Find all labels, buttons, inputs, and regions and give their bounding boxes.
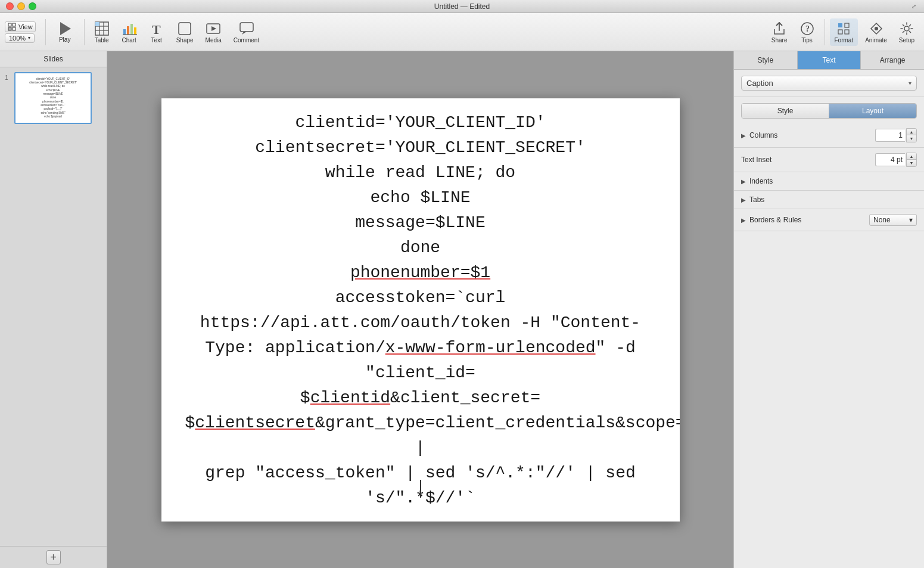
tabs-chevron: ▶ [741,197,746,203]
table-icon [94,21,110,36]
borders-rules-chevron: ▶ [741,217,746,224]
title-bar: Untitled — Edited ⤢ [0,0,924,13]
caption-row: Caption ▾ [734,70,924,97]
text-inset-input[interactable] [875,153,905,166]
sidebar: Slides 1 clientid='YOUR_CLIENT_ID' clien… [0,51,107,568]
tab-text[interactable]: Text [798,51,861,69]
table-label: Table [95,37,109,44]
columns-stepper: ▲ ▼ [906,128,917,142]
sub-tab-style[interactable]: Style [742,104,829,118]
toolbar: View 100% ▾ Play Table [0,13,924,51]
close-button[interactable] [6,2,14,10]
right-panel: Style Text Arrange Caption ▾ Style Layou… [733,51,924,568]
window-controls [6,2,36,10]
minimize-button[interactable] [17,2,25,10]
animate-label: Animate [865,37,887,44]
text-button[interactable]: T Text [144,18,169,46]
slide-content[interactable]: clientid='YOUR_CLIENT_ID' clientsecret='… [185,110,656,522]
svg-rect-13 [134,27,136,35]
shape-button[interactable]: Shape [172,18,198,46]
indents-row[interactable]: ▶ Indents [734,172,924,191]
table-button[interactable]: Table [89,18,114,46]
format-label: Format [835,37,854,44]
svg-rect-1 [13,23,15,26]
borders-rules-dropdown[interactable]: None ▾ [869,214,917,226]
zoom-button[interactable]: 100% ▾ [5,33,35,43]
slide-line-6: done [185,235,656,260]
setup-icon [899,21,914,36]
view-zoom-group: View 100% ▾ [5,21,36,43]
columns-chevron: ▶ [741,132,746,139]
view-icon [8,23,16,31]
tabs-row[interactable]: ▶ Tabs [734,191,924,209]
setup-label: Setup [899,37,914,44]
setup-button[interactable]: Setup [894,18,919,46]
slide-line-blank [185,511,656,522]
format-icon [836,21,851,36]
columns-decrement[interactable]: ▼ [907,135,916,142]
add-slide-button[interactable]: + [46,550,61,564]
media-label: Media [206,37,222,44]
slide-line-11: $clientsecret&grant_type=client_credenti… [185,411,656,461]
svg-text:?: ? [805,24,810,33]
text-inset-label: Text Inset [741,156,875,164]
indents-label: ▶ Indents [741,177,917,185]
play-group[interactable]: Play [51,19,79,45]
canvas-area[interactable]: clientid='YOUR_CLIENT_ID' clientsecret='… [107,51,733,568]
columns-input[interactable] [875,129,905,142]
tab-style[interactable]: Style [734,51,798,69]
sub-tab-layout[interactable]: Layout [829,104,916,118]
shape-icon [177,21,192,36]
comment-label: Comment [234,37,259,44]
caption-label: Caption [746,79,773,88]
slide-item[interactable]: 1 clientid='YOUR_CLIENT_ID' clientsecret… [5,72,102,124]
svg-marker-18 [211,26,216,31]
svg-point-29 [904,26,909,31]
text-inset-value: ▲ ▼ [875,153,917,167]
share-label: Share [771,37,788,44]
tips-button[interactable]: ? Tips [795,18,820,46]
svg-rect-16 [179,23,191,35]
toolbar-separator-2 [84,19,85,45]
play-label: Play [59,36,70,43]
tab-arrange[interactable]: Arrange [861,51,924,69]
chart-button[interactable]: Chart [117,18,142,46]
animate-icon [869,21,884,36]
slide-canvas[interactable]: clientid='YOUR_CLIENT_ID' clientsecret='… [161,98,680,522]
caption-dropdown[interactable]: Caption ▾ [741,76,917,91]
slide-line-1: clientid='YOUR_CLIENT_ID' [185,110,656,135]
animate-button[interactable]: Animate [860,18,892,46]
zoom-value: 100% [9,35,26,42]
slide-thumbnail[interactable]: clientid='YOUR_CLIENT_ID' clientsecret='… [14,72,92,124]
svg-rect-26 [845,30,849,34]
text-inset-decrement[interactable]: ▼ [907,160,916,166]
tabs-label: ▶ Tabs [741,195,917,204]
text-icon: T [149,21,164,36]
share-icon [771,21,787,36]
text-inset-increment[interactable]: ▲ [907,153,916,160]
svg-rect-19 [240,23,253,32]
svg-rect-2 [8,27,11,30]
tips-label: Tips [801,37,813,44]
shape-label: Shape [176,37,194,44]
svg-rect-0 [8,23,11,26]
sub-tabs: Style Layout [741,103,917,119]
share-button[interactable]: Share [767,18,792,46]
borders-rules-arrow: ▾ [909,216,913,224]
svg-rect-23 [838,23,842,27]
format-button[interactable]: Format [830,18,858,46]
borders-rules-row: ▶ Borders & Rules None ▾ [734,209,924,231]
fullscreen-icon[interactable]: ⤢ [910,2,918,11]
text-inset-stepper: ▲ ▼ [906,153,917,167]
slide-line-3: while read LINE; do [185,160,656,185]
text-label: Text [151,37,161,44]
columns-increment[interactable]: ▲ [907,129,916,135]
maximize-button[interactable] [29,2,36,10]
view-button[interactable]: View [5,21,36,32]
zoom-arrow: ▾ [28,35,30,41]
caption-dropdown-arrow: ▾ [909,80,911,86]
media-button[interactable]: Media [201,18,226,46]
svg-point-28 [875,27,878,30]
main-area: Slides 1 clientid='YOUR_CLIENT_ID' clien… [0,51,924,568]
comment-button[interactable]: Comment [229,18,264,46]
